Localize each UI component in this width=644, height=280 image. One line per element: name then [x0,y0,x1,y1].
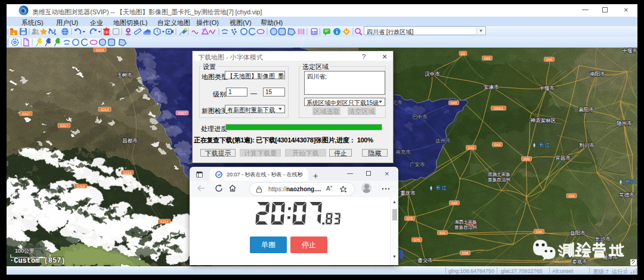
svg-text:益阳市: 益阳市 [570,230,586,236]
svg-text:G65: G65 [484,57,490,60]
svg-text:恩施土家族: 恩施土家族 [487,172,510,177]
svg-text:G318: G318 [77,185,85,188]
svg-text:G50: G50 [524,157,530,161]
svg-text:G214: G214 [123,171,131,175]
svg-text:昌都市: 昌都市 [122,138,138,144]
svg-text:G317: G317 [178,111,186,115]
svg-text:南充市: 南充市 [395,149,411,155]
svg-text:宜昌市: 宜昌市 [555,155,571,161]
svg-text:随州市: 随州市 [617,120,632,126]
svg-text:玉树市: 玉树市 [117,72,132,78]
svg-text:汉中市: 汉中市 [425,71,440,77]
svg-text:巴中市: 巴中市 [412,114,428,120]
svg-text:苗族自治州: 苗族自治州 [488,177,510,182]
svg-text:常德市: 常德市 [619,192,634,198]
svg-text:荆门市: 荆门市 [579,142,595,148]
svg-text:长 江: 长 江 [539,142,550,148]
svg-text:G6911: G6911 [494,107,503,110]
svg-text:G317: G317 [60,124,68,127]
svg-text:S10: S10 [439,231,445,235]
svg-text:G40: G40 [546,58,552,61]
svg-text:G56: G56 [568,194,574,198]
svg-text:十堰市: 十堰市 [539,85,555,91]
svg-text:十堰市: 十堰市 [622,48,637,54]
svg-text:G65: G65 [451,101,457,105]
svg-text:长沙市: 长沙市 [595,236,611,242]
svg-text:G214: G214 [160,220,168,223]
svg-text:遵义市: 遵义市 [417,257,433,263]
svg-text:G75: G75 [414,238,420,242]
svg-text:南阳市: 南阳市 [590,71,605,77]
svg-text:G75: G75 [407,217,413,220]
svg-text:安康市: 安康市 [484,84,499,90]
svg-text:湘西土家族: 湘西土家族 [454,219,477,225]
svg-text:襄阳市: 襄阳市 [578,107,594,113]
svg-text:G42: G42 [494,143,500,147]
svg-text:G5: G5 [461,52,465,55]
svg-text:G58: G58 [462,251,468,255]
svg-text:G65: G65 [451,201,457,205]
svg-text:G42: G42 [468,146,474,150]
svg-text:G66: G66 [536,230,542,234]
svg-text:重庆市: 重庆市 [400,190,416,196]
svg-text:神农架林区: 神农架林区 [530,117,556,123]
svg-text:G214: G214 [101,108,109,111]
svg-text:·Custom (857): ·Custom (857) [10,257,66,265]
svg-text:娄底市: 娄底市 [572,259,587,265]
svg-text:100公里: 100公里 [15,248,35,254]
svg-text:G215: G215 [96,48,104,52]
svg-text:长 江: 长 江 [436,185,447,191]
svg-text:达州市: 达州市 [435,138,451,144]
svg-text:G317: G317 [22,112,30,116]
svg-text:长 江: 长 江 [626,179,636,185]
svg-text:苗族自治州: 苗族自治州 [454,225,477,230]
svg-text:广安市: 广安市 [410,161,425,167]
